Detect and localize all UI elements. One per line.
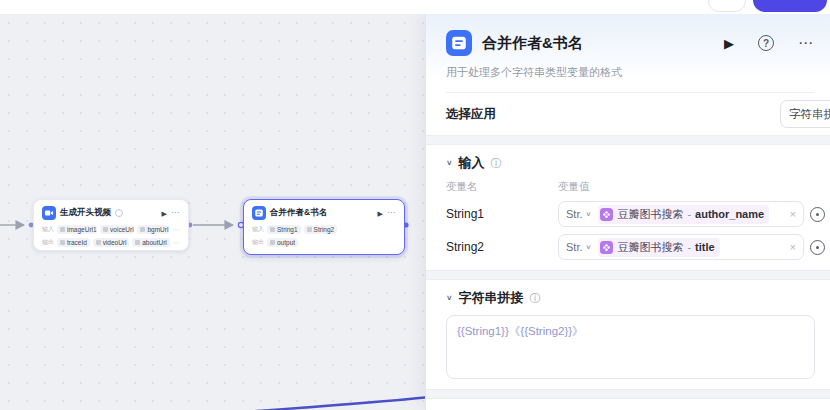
node1-inputs-label: 输入: [42, 225, 54, 234]
node2-more-icon[interactable]: ⋯: [387, 209, 396, 217]
node2-outputs-row: 输出 output: [244, 236, 404, 249]
node2-output-tag: output: [267, 238, 298, 247]
variable-name: String1: [446, 207, 558, 221]
reference-node-name: 豆瓣图书搜索: [617, 207, 683, 222]
type-icon: [96, 240, 101, 245]
node1-outputs-overflow-icon: ⋯: [173, 239, 181, 247]
reference-tag[interactable]: 豆瓣图书搜索 - author_name: [598, 205, 769, 224]
node2-inputs-row: 输入 String1 String2: [244, 223, 404, 236]
plugin-icon: [600, 241, 613, 254]
info-icon: ⓘ: [491, 156, 502, 171]
type-selector[interactable]: Str.: [566, 208, 583, 220]
node1-more-icon[interactable]: ⋯: [171, 209, 180, 217]
string-process-icon: [252, 206, 266, 220]
close-icon[interactable]: ×: [790, 208, 796, 220]
node2-outputs-label: 输出: [252, 238, 264, 247]
video-camera-icon: [42, 206, 56, 220]
node1-input-tag: bgmUrl: [137, 225, 169, 234]
top-bar: [0, 0, 830, 14]
node-config-panel: 合并作者&书名 ▶ ? ⋯ 用于处理多个字符串类型变量的格式 选择应用 字符串拼…: [425, 14, 830, 410]
node1-inputs-row: 输入 imageUrl1 voiceUrl bgmUrl ⋯: [34, 223, 188, 236]
reference-node-name: 豆瓣图书搜索: [617, 240, 683, 255]
type-selector[interactable]: Str.: [566, 241, 583, 253]
concat-section: ∨ 字符串拼接 ⓘ {{String1}}《{{String2}}》: [426, 280, 830, 389]
type-icon: [270, 227, 275, 232]
panel-more-icon[interactable]: ⋯: [798, 34, 814, 52]
input-row-string2: String2 Str. ∨ 豆瓣图书搜索 - title ×: [446, 234, 814, 260]
concat-template-editor[interactable]: {{String1}}《{{String2}}》: [446, 315, 815, 379]
value-input-string1[interactable]: Str. ∨ 豆瓣图书搜索 - author_name ×: [558, 201, 804, 227]
type-icon: [135, 240, 140, 245]
section-separator: [426, 389, 830, 399]
dash: -: [687, 241, 691, 253]
chevron-down-icon: ∨: [586, 210, 592, 217]
col-variable-value: 变量值: [558, 180, 814, 194]
select-app-row: 选择应用 字符串拼接: [426, 93, 830, 135]
collapse-chevron-icon[interactable]: ∨: [446, 159, 453, 167]
node2-run-icon[interactable]: ▶: [378, 210, 383, 217]
output-section: ∨ 输出 ⓘ output String: [426, 399, 830, 410]
reference-picker-icon[interactable]: [810, 207, 825, 222]
type-icon: [60, 240, 65, 245]
variable-name: String2: [446, 240, 558, 254]
string-process-icon: [446, 30, 472, 56]
collapse-chevron-icon[interactable]: ∨: [446, 294, 453, 302]
topbar-primary-button[interactable]: [753, 0, 827, 12]
value-input-string2[interactable]: Str. ∨ 豆瓣图书搜索 - title ×: [558, 234, 804, 260]
concat-section-title: 字符串拼接: [459, 289, 524, 307]
node1-run-icon[interactable]: ▶: [162, 210, 167, 217]
dash: -: [687, 208, 691, 220]
reference-field: title: [695, 241, 715, 253]
node1-output-tag: aboutUrl: [132, 238, 169, 247]
type-icon: [270, 240, 275, 245]
chevron-down-icon: ∨: [586, 243, 592, 250]
node1-status-badge-icon: [115, 209, 123, 217]
node1-inputs-overflow-icon: ⋯: [173, 226, 181, 234]
input-section: ∨ 输入 ⓘ 变量名 变量值 String1 Str. ∨ 豆瓣图书搜索: [426, 145, 830, 270]
edge-bottom: [243, 397, 430, 410]
node2-title: 合并作者&书名: [270, 207, 327, 219]
panel-description: 用于处理多个字符串类型变量的格式: [446, 65, 814, 80]
reference-picker-icon[interactable]: [810, 240, 825, 255]
node1-outputs-row: 输出 traceId videoUrl aboutUrl ⋯: [34, 236, 188, 249]
help-icon[interactable]: ?: [758, 35, 774, 51]
node2-header: 合并作者&书名 ▶ ⋯: [244, 200, 404, 223]
type-icon: [307, 227, 312, 232]
reference-field: author_name: [695, 208, 764, 220]
type-icon: [60, 227, 65, 232]
close-icon[interactable]: ×: [790, 241, 796, 253]
topbar-secondary-button[interactable]: [708, 0, 746, 12]
node1-title: 生成开头视频: [60, 207, 111, 219]
plugin-icon: [600, 208, 613, 221]
node1-input-tag: imageUrl1: [57, 225, 97, 234]
node2-inputs-label: 输入: [252, 225, 264, 234]
panel-header: 合并作者&书名 ▶ ? ⋯ 用于处理多个字符串类型变量的格式: [426, 14, 830, 93]
app-select-value: 字符串拼接: [789, 107, 830, 122]
select-app-label: 选择应用: [446, 106, 496, 123]
input-section-title: 输入: [459, 154, 485, 172]
reference-tag[interactable]: 豆瓣图书搜索 - title: [598, 238, 719, 257]
node1-outputs-label: 输出: [42, 238, 54, 247]
input-row-string1: String1 Str. ∨ 豆瓣图书搜索 - author_name ×: [446, 201, 814, 227]
node-generate-opening-video[interactable]: 生成开头视频 ▶ ⋯ 输入 imageUrl1 voiceUrl bgmUrl …: [33, 199, 189, 251]
app-select-dropdown[interactable]: 字符串拼接: [780, 100, 830, 128]
section-separator: [426, 270, 830, 280]
node2-input-tag: String2: [304, 225, 338, 234]
node1-output-tag: videoUrl: [93, 238, 130, 247]
panel-title: 合并作者&书名: [482, 34, 714, 53]
type-icon: [103, 227, 108, 232]
node1-header: 生成开头视频 ▶ ⋯: [34, 200, 188, 223]
node1-input-tag: voiceUrl: [100, 225, 134, 234]
col-variable-name: 变量名: [446, 180, 558, 194]
run-node-button[interactable]: ▶: [724, 36, 734, 51]
type-icon: [140, 227, 145, 232]
node1-output-tag: traceId: [57, 238, 90, 247]
node2-input-tag: String1: [267, 225, 301, 234]
info-icon: ⓘ: [530, 291, 541, 306]
node-merge-author-title[interactable]: 合并作者&书名 ▶ ⋯ 输入 String1 String2 输出 output: [243, 199, 405, 255]
section-separator: [426, 135, 830, 145]
